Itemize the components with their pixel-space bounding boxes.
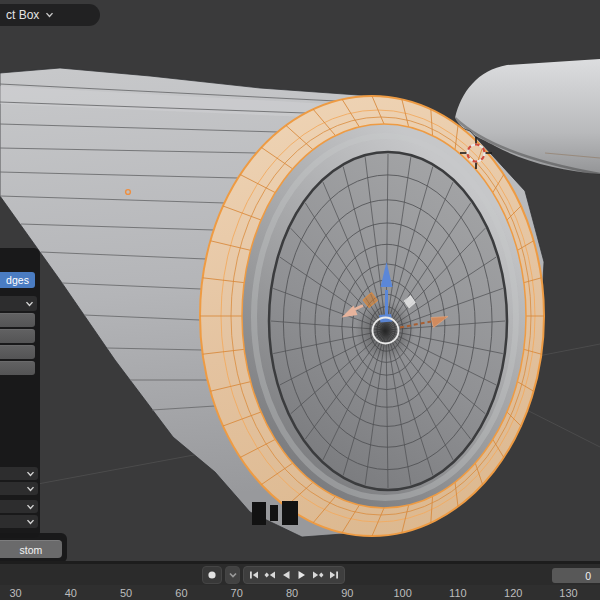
panel-custom-button-label: stom (20, 544, 43, 556)
chevron-down-icon (26, 471, 35, 477)
next-keyframe-button[interactable] (310, 567, 326, 583)
ruler-frame-label: 40 (65, 587, 77, 599)
playback-options-chevron-icon (227, 569, 239, 581)
panel-dropdown[interactable] (0, 500, 38, 513)
ruler-frame-label: 120 (504, 587, 522, 599)
ruler-frame-label: 30 (9, 587, 21, 599)
panel-value-field[interactable] (0, 329, 35, 343)
blender-window: ct Box dges stom 0 304050607080901001101… (0, 0, 600, 600)
timeline-ruler[interactable]: 30405060708090100110120130 (0, 585, 600, 600)
panel-custom-button[interactable]: stom (0, 540, 62, 558)
ruler-frame-label: 130 (559, 587, 577, 599)
ruler-frame-label: 50 (120, 587, 132, 599)
panel-value-field[interactable] (0, 361, 35, 375)
panel-dropdown[interactable] (0, 515, 38, 528)
transport-button-group (243, 566, 345, 584)
ruler-frame-label: 70 (231, 587, 243, 599)
play-icon (296, 569, 308, 581)
chevron-down-icon (26, 486, 35, 492)
panel-value-field[interactable] (0, 345, 35, 359)
playback-options-button[interactable] (225, 566, 240, 584)
jump-to-end-icon (328, 569, 340, 581)
next-keyframe-icon (312, 569, 324, 581)
play-reverse-icon (280, 569, 292, 581)
ruler-frame-label: 80 (286, 587, 298, 599)
prev-keyframe-button[interactable] (262, 567, 278, 583)
play-reverse-button[interactable] (278, 567, 294, 583)
active-tool-label: ct Box (6, 8, 39, 22)
ruler-frame-label: 100 (393, 587, 411, 599)
ruler-frame-label: 60 (175, 587, 187, 599)
chevron-down-icon (25, 301, 34, 307)
panel-dropdown[interactable] (0, 482, 38, 495)
jump-to-start-icon (248, 569, 260, 581)
3d-viewport[interactable] (0, 0, 600, 563)
ruler-frame-label: 110 (449, 587, 467, 599)
record-button[interactable] (202, 566, 222, 584)
jump-to-end-button[interactable] (326, 567, 342, 583)
record-icon (206, 569, 218, 581)
play-button[interactable] (294, 567, 310, 583)
panel-dropdown[interactable] (0, 296, 37, 311)
timeline-header: 0 (0, 564, 600, 585)
chevron-down-icon (26, 504, 35, 510)
active-tool-dropdown[interactable]: ct Box (0, 4, 100, 26)
ruler-frame-label: 90 (341, 587, 353, 599)
current-frame-value: 0 (585, 570, 591, 582)
jump-to-start-button[interactable] (246, 567, 262, 583)
panel-dropdown[interactable] (0, 467, 38, 480)
panel-primary-button-label: dges (6, 274, 29, 286)
chevron-down-icon (45, 12, 54, 18)
prev-keyframe-icon (264, 569, 276, 581)
panel-primary-button[interactable]: dges (0, 272, 35, 288)
chevron-down-icon (26, 519, 35, 525)
current-frame-field[interactable]: 0 (552, 568, 600, 583)
panel-value-field[interactable] (0, 313, 35, 327)
playback-controls (202, 566, 345, 584)
